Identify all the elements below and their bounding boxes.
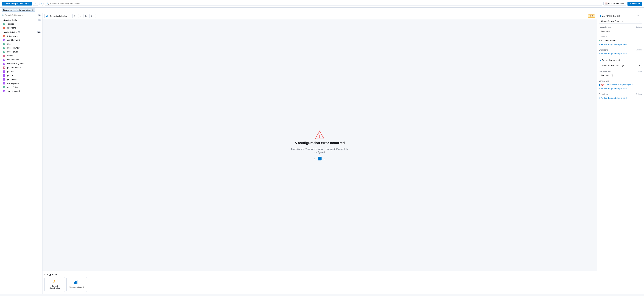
layer-1-datasource-chevron-icon: ▾ bbox=[639, 20, 640, 22]
add-vertical-field-1[interactable]: + Add or drag-and-drop a field bbox=[599, 42, 642, 46]
warning-triangle-icon: ⚠ bbox=[53, 280, 56, 284]
field-name-timestamp: timestamp bbox=[6, 27, 16, 29]
refresh-icon: ↻ bbox=[630, 3, 632, 5]
layer-2-vertical-axis: Vertical axis ✕ Cumulative sum of (incom… bbox=[597, 79, 644, 92]
layer-2-menu-button[interactable]: ⋯ bbox=[640, 59, 642, 62]
svg-rect-12 bbox=[599, 60, 599, 61]
field-agent-keyword[interactable]: k agent.keyword bbox=[0, 38, 42, 42]
suggestion-show-layer1[interactable]: Show only layer 1 bbox=[66, 277, 87, 292]
warning-badge: ⚠ 1 bbox=[588, 15, 595, 18]
add-icon: + bbox=[599, 53, 600, 55]
field-name: geo.src bbox=[6, 74, 13, 77]
field-timestamp[interactable]: t @timestamp bbox=[0, 34, 42, 38]
svg-rect-11 bbox=[600, 15, 601, 17]
time-picker[interactable]: 📅 Last 15 minutes ▾ bbox=[604, 2, 626, 6]
field-bytes[interactable]: # bytes bbox=[0, 42, 42, 46]
field-host-keyword[interactable]: k host.keyword bbox=[0, 81, 42, 85]
add-panel-button[interactable]: + bbox=[39, 2, 44, 6]
layer-1-datasource[interactable]: Kibana Sample Data Logs ▾ bbox=[599, 19, 642, 24]
layer-1-chevron-icon[interactable] bbox=[638, 15, 639, 17]
horizontal-axis-value-2[interactable]: timestamp [1] bbox=[599, 73, 642, 77]
svg-text:!: ! bbox=[319, 134, 320, 139]
vertical-axis-label: Vertical axis bbox=[599, 36, 642, 38]
app-title-button[interactable]: Kibana Sample Data Logs ▾ bbox=[2, 2, 32, 6]
field-geo-src[interactable]: k geo.src bbox=[0, 73, 42, 77]
selected-field-records[interactable]: # Records bbox=[0, 22, 42, 26]
kql-search-bar[interactable]: 🔍 bbox=[45, 2, 602, 6]
time-chevron-icon: ▾ bbox=[624, 3, 624, 5]
next-page-button[interactable]: › bbox=[328, 157, 328, 160]
type-date-icon: t bbox=[3, 27, 5, 29]
cumulative-sum-label[interactable]: Cumulative sum of (incomplete) bbox=[604, 84, 633, 86]
suggestions-header[interactable]: ▾ Suggestions bbox=[44, 273, 595, 276]
horizontal-axis-value[interactable]: timestamp bbox=[599, 29, 642, 33]
layer-chart-icon bbox=[599, 15, 601, 17]
filter-tag-label: kibana_sample_data_logs failure bbox=[3, 9, 31, 11]
more-options-button[interactable]: ↕ bbox=[95, 14, 99, 18]
page-2-button[interactable]: 2 bbox=[318, 157, 322, 161]
type-keyword-icon: k bbox=[3, 78, 5, 81]
bar-chart-suggestion-icon bbox=[74, 280, 79, 285]
add-vertical-field-2[interactable]: + Add or drag-and-drop a field bbox=[599, 87, 642, 91]
field-geo-dest[interactable]: k geo.dest bbox=[0, 70, 42, 73]
field-name: bytes_gauge bbox=[6, 51, 18, 53]
type-date-icon: t bbox=[3, 35, 5, 37]
field-name-records: Records bbox=[6, 23, 14, 25]
add-breakdown-field-1[interactable]: + Add or drag-and-drop a field bbox=[599, 52, 642, 56]
layer-2-chevron-icon[interactable] bbox=[638, 59, 639, 61]
swap-axes-button[interactable]: ⇅ bbox=[84, 14, 88, 18]
layer-1-title: Bar vertical stacked bbox=[602, 15, 636, 17]
selected-fields-count: 2 bbox=[38, 19, 41, 21]
chart-type-label: Bar vertical stacked bbox=[50, 15, 67, 17]
page-1-button[interactable]: 1 bbox=[313, 157, 316, 161]
prev-page-button[interactable]: ‹ bbox=[311, 157, 312, 160]
selected-field-timestamp[interactable]: t timestamp bbox=[0, 26, 42, 30]
refresh-button[interactable]: ↻ Refresh bbox=[628, 2, 642, 6]
field-bytes-gauge[interactable]: # bytes_gauge bbox=[0, 50, 42, 54]
field-name: extension.keyword bbox=[6, 62, 24, 65]
type-ip-icon: i bbox=[3, 55, 5, 57]
selected-fields-header[interactable]: ▾ Selected fields 2 bbox=[0, 18, 42, 22]
calendar-icon: 📅 bbox=[605, 3, 608, 5]
field-geo-coordinates[interactable]: g geo.coordinates bbox=[0, 66, 42, 70]
type-number-icon: # bbox=[3, 51, 5, 53]
app-title-chevron-icon: ▾ bbox=[30, 3, 30, 5]
error-triangle-icon: ! bbox=[315, 130, 324, 138]
table-view-button[interactable]: ⊞ bbox=[72, 14, 77, 18]
type-keyword-icon: k bbox=[3, 82, 5, 84]
layer-1-menu-button[interactable]: ⋯ bbox=[640, 14, 642, 17]
field-name: index.keyword bbox=[6, 90, 20, 92]
field-clientip[interactable]: i clientip bbox=[0, 54, 42, 58]
right-panel: Bar vertical stacked ⋯ Kibana Sample Dat… bbox=[597, 13, 644, 294]
refresh-label: Refresh bbox=[632, 3, 640, 5]
field-geo-srcdest[interactable]: k geo.srcdest bbox=[0, 77, 42, 81]
field-hour-of-day[interactable]: # hour_of_day bbox=[0, 85, 42, 89]
field-extension-keyword[interactable]: k extension.keyword bbox=[0, 62, 42, 66]
add-breakdown-field-2[interactable]: + Add or drag-and-drop a field bbox=[599, 96, 642, 100]
field-name: geo.dest bbox=[6, 70, 14, 73]
search-icon: 🔍 bbox=[46, 3, 49, 5]
available-fields-header[interactable]: ▾ Available fields ⓘ 30 bbox=[0, 30, 42, 34]
bar-chart-icon bbox=[46, 15, 48, 18]
vertical-axis-item-count[interactable]: Count of records bbox=[599, 39, 642, 42]
field-bytes-counter[interactable]: # bytes_counter bbox=[0, 46, 42, 50]
kql-input[interactable] bbox=[50, 3, 600, 5]
vertical-axis-item-cumulative[interactable]: ✕ Cumulative sum of (incomplete) bbox=[599, 83, 642, 87]
suggestion-current-viz[interactable]: ⚠ Current visualization bbox=[44, 277, 65, 292]
filter-options-button[interactable]: ☰ bbox=[33, 2, 38, 6]
top-bar: Kibana Sample Data Logs ▾ ☰ + 🔍 📅 Last 1… bbox=[0, 0, 644, 8]
vaxis-item-label: Count of records bbox=[601, 39, 616, 42]
settings-button[interactable]: ≡ bbox=[78, 14, 82, 18]
layer-2-datasource[interactable]: Kibana Sample Data Logs ▾ bbox=[599, 63, 642, 68]
filter-tag-close-icon[interactable]: ✕ bbox=[32, 9, 34, 11]
field-search-input[interactable] bbox=[5, 14, 37, 16]
layer-1-header: Bar vertical stacked ⋯ bbox=[597, 13, 644, 19]
sync-button[interactable]: ⟳ bbox=[89, 14, 94, 18]
page-3-button[interactable]: 3 bbox=[323, 157, 326, 161]
filter-tag[interactable]: kibana_sample_data_logs failure ✕ bbox=[2, 9, 35, 12]
chart-type-selector[interactable]: Bar vertical stacked ▾ bbox=[44, 14, 71, 18]
layer-1-breakdown: Breakdown Optional + Add or drag-and-dro… bbox=[597, 48, 644, 57]
field-index-keyword[interactable]: k index.keyword bbox=[0, 89, 42, 93]
field-event-dataset[interactable]: k event.dataset bbox=[0, 58, 42, 62]
layer-2-datasource-label: Kibana Sample Data Logs bbox=[600, 64, 624, 67]
